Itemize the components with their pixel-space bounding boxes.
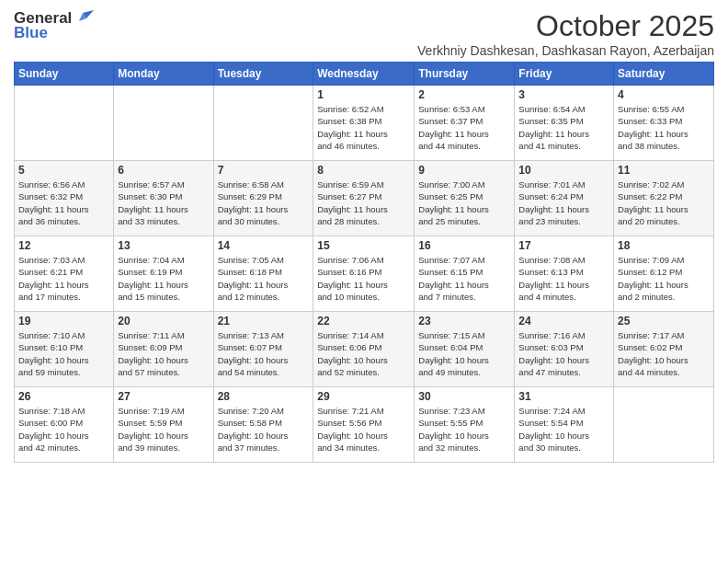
calendar-cell: 6Sunrise: 6:57 AM Sunset: 6:30 PM Daylig… (114, 161, 213, 236)
day-info: Sunrise: 7:18 AM Sunset: 6:00 PM Dayligh… (18, 405, 109, 454)
day-number: 26 (18, 390, 109, 403)
day-info: Sunrise: 6:57 AM Sunset: 6:30 PM Dayligh… (118, 178, 209, 227)
calendar-cell: 27Sunrise: 7:19 AM Sunset: 5:59 PM Dayli… (114, 387, 213, 463)
day-info: Sunrise: 7:21 AM Sunset: 5:56 PM Dayligh… (317, 405, 410, 454)
calendar-cell: 21Sunrise: 7:13 AM Sunset: 6:07 PM Dayli… (213, 312, 313, 387)
day-info: Sunrise: 7:15 AM Sunset: 6:04 PM Dayligh… (418, 329, 510, 378)
day-number: 20 (118, 315, 209, 327)
day-number: 31 (518, 390, 609, 403)
col-sunday: Sunday (15, 63, 114, 86)
calendar-week-row: 19Sunrise: 7:10 AM Sunset: 6:10 PM Dayli… (15, 312, 714, 387)
day-info: Sunrise: 7:01 AM Sunset: 6:24 PM Dayligh… (518, 178, 609, 227)
calendar-cell: 2Sunrise: 6:53 AM Sunset: 6:37 PM Daylig… (415, 86, 515, 161)
day-number: 11 (618, 164, 710, 177)
day-number: 28 (218, 390, 310, 403)
day-number: 21 (218, 315, 310, 327)
day-info: Sunrise: 7:03 AM Sunset: 6:21 PM Dayligh… (18, 254, 109, 303)
day-number: 1 (317, 88, 410, 101)
day-info: Sunrise: 7:14 AM Sunset: 6:06 PM Dayligh… (317, 329, 410, 378)
day-number: 17 (518, 239, 609, 252)
calendar-week-row: 1Sunrise: 6:52 AM Sunset: 6:38 PM Daylig… (15, 86, 714, 161)
calendar-cell (15, 86, 114, 161)
col-monday: Monday (114, 63, 213, 86)
day-info: Sunrise: 6:55 AM Sunset: 6:33 PM Dayligh… (618, 103, 710, 152)
day-number: 27 (118, 390, 209, 403)
calendar-cell: 10Sunrise: 7:01 AM Sunset: 6:24 PM Dayli… (515, 161, 614, 236)
col-tuesday: Tuesday (213, 63, 313, 86)
day-number: 13 (118, 239, 209, 252)
day-number: 12 (18, 239, 109, 252)
day-info: Sunrise: 7:08 AM Sunset: 6:13 PM Dayligh… (518, 254, 609, 303)
day-info: Sunrise: 6:54 AM Sunset: 6:35 PM Dayligh… (518, 103, 609, 152)
day-number: 3 (518, 88, 609, 101)
calendar-cell: 7Sunrise: 6:58 AM Sunset: 6:29 PM Daylig… (213, 161, 313, 236)
day-info: Sunrise: 6:59 AM Sunset: 6:27 PM Dayligh… (317, 178, 410, 227)
logo-bird-icon (74, 10, 94, 27)
day-info: Sunrise: 6:52 AM Sunset: 6:38 PM Dayligh… (317, 103, 410, 152)
header: General Blue October 2025 Verkhniy Dashk… (14, 9, 714, 58)
day-info: Sunrise: 7:06 AM Sunset: 6:16 PM Dayligh… (317, 254, 410, 303)
calendar-table: Sunday Monday Tuesday Wednesday Thursday… (14, 62, 714, 463)
day-info: Sunrise: 7:07 AM Sunset: 6:15 PM Dayligh… (418, 254, 510, 303)
calendar-cell: 24Sunrise: 7:16 AM Sunset: 6:03 PM Dayli… (515, 312, 614, 387)
day-number: 14 (218, 239, 310, 252)
day-number: 5 (18, 164, 109, 177)
calendar-cell: 28Sunrise: 7:20 AM Sunset: 5:58 PM Dayli… (213, 387, 313, 463)
day-number: 2 (418, 88, 510, 101)
calendar-cell: 19Sunrise: 7:10 AM Sunset: 6:10 PM Dayli… (15, 312, 114, 387)
calendar-cell: 31Sunrise: 7:24 AM Sunset: 5:54 PM Dayli… (515, 387, 614, 463)
day-number: 29 (317, 390, 410, 403)
calendar-cell: 29Sunrise: 7:21 AM Sunset: 5:56 PM Dayli… (313, 387, 415, 463)
col-thursday: Thursday (415, 63, 515, 86)
day-number: 19 (18, 315, 109, 327)
day-number: 4 (618, 88, 710, 101)
calendar-cell: 16Sunrise: 7:07 AM Sunset: 6:15 PM Dayli… (415, 236, 515, 312)
calendar-week-row: 12Sunrise: 7:03 AM Sunset: 6:21 PM Dayli… (15, 236, 714, 312)
calendar-header-row: Sunday Monday Tuesday Wednesday Thursday… (15, 63, 714, 86)
calendar-cell: 9Sunrise: 7:00 AM Sunset: 6:25 PM Daylig… (415, 161, 515, 236)
day-number: 23 (418, 315, 510, 327)
day-number: 15 (317, 239, 410, 252)
calendar-cell (213, 86, 313, 161)
calendar-cell: 25Sunrise: 7:17 AM Sunset: 6:02 PM Dayli… (614, 312, 714, 387)
calendar-cell: 4Sunrise: 6:55 AM Sunset: 6:33 PM Daylig… (614, 86, 714, 161)
calendar-cell: 26Sunrise: 7:18 AM Sunset: 6:00 PM Dayli… (15, 387, 114, 463)
calendar-cell: 3Sunrise: 6:54 AM Sunset: 6:35 PM Daylig… (515, 86, 614, 161)
day-number: 7 (218, 164, 310, 177)
day-number: 25 (618, 315, 710, 327)
day-info: Sunrise: 7:17 AM Sunset: 6:02 PM Dayligh… (618, 329, 710, 378)
calendar-cell: 12Sunrise: 7:03 AM Sunset: 6:21 PM Dayli… (15, 236, 114, 312)
day-info: Sunrise: 7:19 AM Sunset: 5:59 PM Dayligh… (118, 405, 209, 454)
calendar-cell (614, 387, 714, 463)
calendar-cell: 1Sunrise: 6:52 AM Sunset: 6:38 PM Daylig… (313, 86, 415, 161)
col-friday: Friday (515, 63, 614, 86)
day-info: Sunrise: 7:09 AM Sunset: 6:12 PM Dayligh… (618, 254, 710, 303)
day-info: Sunrise: 7:24 AM Sunset: 5:54 PM Dayligh… (518, 405, 609, 454)
day-info: Sunrise: 6:58 AM Sunset: 6:29 PM Dayligh… (218, 178, 310, 227)
calendar-cell: 30Sunrise: 7:23 AM Sunset: 5:55 PM Dayli… (415, 387, 515, 463)
calendar-cell: 22Sunrise: 7:14 AM Sunset: 6:06 PM Dayli… (313, 312, 415, 387)
calendar-cell: 15Sunrise: 7:06 AM Sunset: 6:16 PM Dayli… (313, 236, 415, 312)
calendar-cell: 5Sunrise: 6:56 AM Sunset: 6:32 PM Daylig… (15, 161, 114, 236)
day-number: 22 (317, 315, 410, 327)
month-title: October 2025 (417, 9, 714, 43)
calendar-cell: 20Sunrise: 7:11 AM Sunset: 6:09 PM Dayli… (114, 312, 213, 387)
calendar-cell: 8Sunrise: 6:59 AM Sunset: 6:27 PM Daylig… (313, 161, 415, 236)
logo: General Blue (14, 9, 94, 42)
day-number: 16 (418, 239, 510, 252)
calendar-cell: 11Sunrise: 7:02 AM Sunset: 6:22 PM Dayli… (614, 161, 714, 236)
day-number: 24 (518, 315, 609, 327)
day-info: Sunrise: 7:02 AM Sunset: 6:22 PM Dayligh… (618, 178, 710, 227)
col-saturday: Saturday (614, 63, 714, 86)
day-number: 18 (618, 239, 710, 252)
calendar-cell (114, 86, 213, 161)
logo-blue-text: Blue (14, 24, 48, 42)
day-info: Sunrise: 7:20 AM Sunset: 5:58 PM Dayligh… (218, 405, 310, 454)
calendar-cell: 18Sunrise: 7:09 AM Sunset: 6:12 PM Dayli… (614, 236, 714, 312)
day-info: Sunrise: 7:10 AM Sunset: 6:10 PM Dayligh… (18, 329, 109, 378)
day-info: Sunrise: 7:13 AM Sunset: 6:07 PM Dayligh… (218, 329, 310, 378)
page-container: General Blue October 2025 Verkhniy Dashk… (0, 0, 728, 467)
subtitle: Verkhniy Dashkesan, Dashkasan Rayon, Aze… (417, 43, 714, 58)
day-info: Sunrise: 7:00 AM Sunset: 6:25 PM Dayligh… (418, 178, 510, 227)
calendar-cell: 23Sunrise: 7:15 AM Sunset: 6:04 PM Dayli… (415, 312, 515, 387)
